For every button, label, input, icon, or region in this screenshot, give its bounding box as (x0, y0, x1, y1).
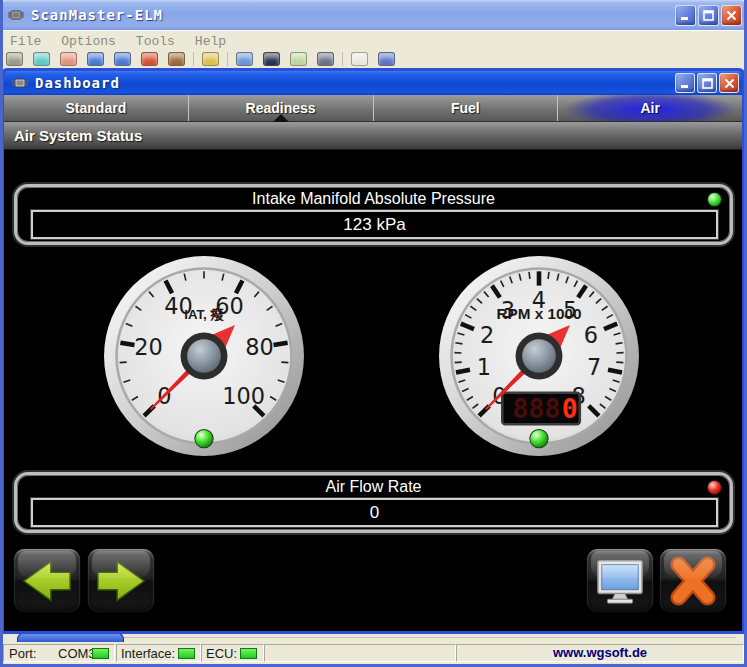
console-icon[interactable] (263, 52, 280, 66)
svg-text:7: 7 (587, 354, 601, 380)
rpm-gauge: 012345678RPM x 10008880 (437, 254, 641, 458)
map-panel-title: Intake Manifold Absolute Pressure (17, 188, 730, 209)
svg-text:888: 888 (513, 393, 561, 424)
toolbar-separator (342, 52, 343, 66)
menu-item-help[interactable]: Help (185, 31, 236, 53)
main-maximize-button[interactable] (698, 5, 719, 26)
tab-air[interactable]: Air (558, 95, 742, 121)
info-icon[interactable] (351, 52, 368, 66)
dashboard-minimize-button[interactable] (675, 73, 695, 93)
document-icon[interactable] (290, 52, 307, 66)
arrow-left-icon (20, 556, 74, 606)
statusbar-interface-section: Interface: (116, 644, 201, 662)
monitor-icon (593, 556, 647, 606)
svg-text:6: 6 (584, 322, 598, 348)
x-icon (666, 556, 720, 606)
dashboard-maximize-button[interactable] (697, 73, 717, 93)
toolbar (6, 52, 741, 68)
menu-item-options[interactable]: Options (51, 31, 126, 53)
svg-text:20: 20 (134, 334, 163, 360)
iat-gauge-svg: 020406080100IAT, 癈 (102, 254, 306, 458)
statusbar-spacer-section (264, 644, 456, 662)
image-icon[interactable] (60, 52, 77, 66)
dashboard-chip-icon (11, 76, 29, 90)
tab-label: Fuel (451, 100, 480, 116)
interface-status-led (178, 648, 195, 659)
airflow-panel-led (707, 480, 722, 495)
monitor-b-icon[interactable] (114, 52, 131, 66)
maximize-icon (703, 10, 714, 21)
iat-gauge-label: IAT, 癈 (184, 307, 224, 322)
rpm-gauge-svg: 012345678RPM x 10008880 (437, 254, 641, 458)
briefcase-icon[interactable] (168, 52, 185, 66)
rpm-digital-value: 0 (562, 393, 578, 424)
globe-icon[interactable] (33, 52, 50, 66)
tab-label: Air (640, 100, 659, 116)
toolbar-separator (227, 52, 228, 66)
svg-text:2: 2 (480, 322, 494, 348)
iat-gauge: 020406080100IAT, 癈 (102, 254, 306, 458)
main-window-title: ScanMaster-ELM (31, 7, 163, 23)
dashboard-close-button[interactable] (719, 73, 739, 93)
map-panel-led (707, 192, 722, 207)
rpm-led (530, 429, 548, 447)
ecu-label: ECU: (206, 646, 237, 661)
book-icon[interactable] (378, 52, 395, 66)
client-panel-line (30, 637, 736, 638)
close-icon (726, 10, 737, 21)
airflow-panel-value: 0 (31, 498, 718, 527)
svg-text:1: 1 (477, 354, 491, 380)
statusbar-website-section: www.wgsoft.de (456, 644, 744, 662)
dashboard-window: Dashboard Standard Readiness Fuel Air Ai… (1, 68, 745, 634)
port-value: COM3 (58, 646, 96, 661)
dashboard-title: Dashboard (35, 75, 120, 91)
next-button[interactable] (88, 549, 154, 612)
minimize-icon (680, 78, 691, 89)
main-close-button[interactable] (721, 5, 742, 26)
main-minimize-button[interactable] (675, 5, 696, 26)
exit-button[interactable] (660, 549, 726, 612)
statusbar-port-section: Port: COM3 (3, 644, 115, 662)
menu-item-tools[interactable]: Tools (126, 31, 185, 53)
arrow-right-icon (94, 556, 148, 606)
interface-label: Interface: (121, 646, 175, 661)
map-panel: Intake Manifold Absolute Pressure 123 kP… (14, 184, 733, 245)
maximize-icon (702, 78, 713, 89)
tab-standard[interactable]: Standard (4, 95, 189, 121)
toolbar-separator (193, 52, 194, 66)
airflow-panel-title: Air Flow Rate (17, 476, 730, 497)
tab-indicator-triangle (273, 114, 289, 122)
tab-fuel[interactable]: Fuel (374, 95, 559, 121)
airflow-panel: Air Flow Rate 0 (14, 472, 733, 533)
menu-item-file[interactable]: File (0, 31, 51, 53)
port-status-led (92, 648, 109, 659)
tabbar: Standard Readiness Fuel Air (4, 95, 742, 122)
gauge-icon[interactable] (317, 52, 334, 66)
close-icon (724, 78, 735, 89)
monitor-button[interactable] (587, 549, 653, 612)
website-link[interactable]: www.wgsoft.de (457, 645, 743, 661)
ecu-status-led (240, 648, 257, 659)
clipboard-icon[interactable] (202, 52, 219, 66)
tab-label: Standard (66, 100, 127, 116)
wrench-icon[interactable] (6, 52, 23, 66)
svg-text:80: 80 (245, 334, 274, 360)
svg-text:100: 100 (222, 383, 265, 409)
chart-icon[interactable] (141, 52, 158, 66)
main-titlebar: ScanMaster-ELM (0, 0, 747, 30)
dashboard-titlebar: Dashboard (4, 71, 742, 95)
section-title: Air System Status (4, 122, 742, 150)
menubar: FileOptionsToolsHelp (0, 30, 747, 53)
monitor-a-icon[interactable] (87, 52, 104, 66)
screen-icon[interactable] (236, 52, 253, 66)
app-chip-icon (7, 8, 25, 22)
minimize-icon (680, 10, 691, 21)
iat-led (195, 429, 213, 447)
map-panel-value: 123 kPa (31, 210, 718, 239)
statusbar: Port: COM3 Interface: ECU: www.wgsoft.de (3, 642, 744, 664)
statusbar-ecu-section: ECU: (201, 644, 264, 662)
prev-button[interactable] (14, 549, 80, 612)
rpm-gauge-label: RPM x 1000 (497, 305, 582, 322)
port-label: Port: (9, 646, 36, 661)
